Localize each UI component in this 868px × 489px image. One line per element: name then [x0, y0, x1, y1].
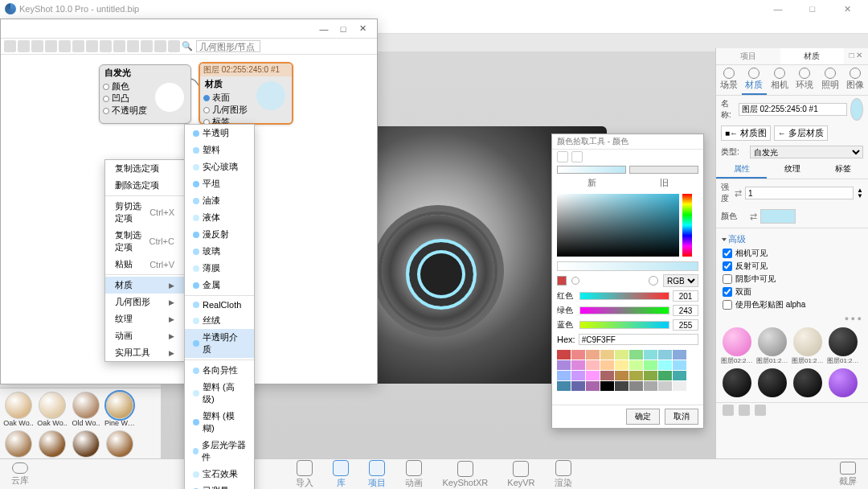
checkbox-row[interactable]: 相机可见	[723, 247, 862, 260]
material-name-input[interactable]	[739, 103, 847, 116]
checkbox-row[interactable]: 使用色彩贴图 alpha	[723, 298, 862, 311]
material-type-option[interactable]: 已测量	[185, 483, 254, 489]
material-sphere-thumb[interactable]	[721, 368, 753, 397]
palette-swatch[interactable]	[571, 371, 585, 380]
link-icon[interactable]: ⇄	[735, 188, 742, 199]
material-type-option[interactable]: RealCloth	[185, 298, 254, 312]
toolbar-icon[interactable]	[127, 40, 139, 52]
import-button[interactable]: 导入	[296, 460, 313, 489]
palette-swatch[interactable]	[658, 360, 672, 370]
keyvr-button[interactable]: KeyVR	[507, 461, 534, 487]
toolbar-icon[interactable]	[18, 40, 30, 52]
material-type-option[interactable]: 液体	[185, 209, 254, 226]
material-type-option[interactable]: 塑料 (高级)	[185, 379, 254, 408]
palette-swatch[interactable]	[557, 381, 571, 391]
multilayer-button[interactable]: ← 多层材质	[774, 125, 828, 141]
color-swatch[interactable]	[760, 209, 796, 224]
toolbar-icon[interactable]	[154, 40, 166, 52]
ctx-item-动画[interactable]: 动画▶	[105, 327, 184, 344]
palette-swatch[interactable]	[586, 350, 600, 360]
material-type-option[interactable]: 油漆	[185, 192, 254, 209]
material-type-select[interactable]: 自发光	[750, 146, 863, 158]
material-type-option[interactable]: 薄膜	[185, 260, 254, 277]
palette-swatch[interactable]	[629, 371, 643, 380]
material-node[interactable]: 图层 02:255:245:0 #1 材质 表面几何图形标签	[199, 62, 293, 125]
subtab-2[interactable]: 标签	[817, 161, 868, 179]
panel-tab-2[interactable]: 相机	[767, 65, 792, 95]
material-thumbnail[interactable]	[104, 430, 135, 458]
material-type-option[interactable]: 金属	[185, 277, 254, 294]
material-type-option[interactable]: 塑料	[185, 142, 254, 158]
palette-swatch[interactable]	[629, 360, 643, 370]
screenshot-button[interactable]: 截屏	[839, 462, 857, 487]
lib-list-icon[interactable]	[739, 405, 750, 416]
popup-close-button[interactable]: ✕	[353, 23, 372, 34]
save-swatch-icon[interactable]	[571, 151, 583, 162]
ctx-item-实用工具[interactable]: 实用工具▶	[105, 344, 184, 361]
palette-swatch[interactable]	[615, 381, 628, 391]
graph-search-input[interactable]	[196, 40, 260, 52]
node-port[interactable]	[203, 95, 210, 101]
panel-collapse-icon[interactable]: □ ✕	[844, 48, 868, 64]
checkbox[interactable]	[723, 261, 732, 271]
maximize-button[interactable]: □	[796, 4, 829, 14]
material-thumbnail[interactable]	[3, 430, 34, 458]
material-thumbnail[interactable]: Oak Wo..	[3, 392, 34, 427]
palette-swatch[interactable]	[571, 360, 585, 370]
material-type-option[interactable]: 各向异性	[185, 362, 254, 379]
palette-swatch[interactable]	[673, 371, 686, 380]
popup-maximize-button[interactable]: □	[334, 24, 353, 34]
material-type-option[interactable]: 塑料 (模糊)	[185, 408, 254, 437]
material-type-option[interactable]: 玻璃	[185, 243, 254, 260]
cancel-button[interactable]: 取消	[665, 409, 698, 425]
palette-swatch[interactable]	[586, 360, 600, 370]
palette-swatch[interactable]	[658, 350, 672, 360]
color-model-icon[interactable]	[557, 276, 567, 286]
checkbox[interactable]	[723, 287, 732, 297]
ctx-item-纹理[interactable]: 纹理▶	[105, 310, 184, 327]
link-icon[interactable]: ⇄	[750, 212, 757, 222]
picker-wheel-icon[interactable]	[571, 277, 579, 285]
checkbox-row[interactable]: 反射可见	[723, 260, 862, 273]
palette-swatch[interactable]	[586, 381, 600, 391]
render-button[interactable]: 渲染	[555, 460, 572, 489]
palette-swatch[interactable]	[557, 350, 571, 360]
ctx-item[interactable]: 复制选定项Ctrl+C	[105, 227, 184, 256]
palette-swatch[interactable]	[644, 371, 657, 380]
ok-button[interactable]: 确定	[626, 409, 660, 425]
palette-swatch[interactable]	[571, 350, 585, 360]
palette-swatch[interactable]	[557, 360, 571, 370]
palette-swatch[interactable]	[673, 350, 686, 360]
panel-tab-1[interactable]: 材质	[742, 65, 768, 95]
ctx-item-材质[interactable]: 材质▶	[105, 277, 184, 294]
palette-swatch[interactable]	[658, 381, 672, 391]
tab-material[interactable]: 材质	[780, 48, 845, 64]
material-sphere-thumb[interactable]: 图层01:20..	[827, 327, 859, 365]
toolbar-icon[interactable]	[141, 40, 153, 52]
intensity-stepper[interactable]: ▲▼	[857, 187, 863, 199]
ctx-item[interactable]: 删除选定项	[105, 177, 184, 194]
material-sphere-thumb[interactable]: 图层01:20..	[756, 327, 788, 365]
intensity-input[interactable]	[745, 187, 854, 199]
toolbar-icon[interactable]	[168, 40, 180, 52]
palette-swatch[interactable]	[571, 381, 585, 391]
palette-swatch[interactable]	[644, 360, 657, 370]
material-thumbnail[interactable]	[37, 430, 68, 458]
checkbox-row[interactable]: 阴影中可见	[723, 273, 862, 286]
subtab-1[interactable]: 纹理	[767, 161, 817, 179]
kelvin-icon[interactable]	[649, 276, 658, 286]
material-type-option[interactable]: 宝石效果	[185, 466, 254, 483]
channel-value-input[interactable]	[673, 290, 698, 302]
palette-swatch[interactable]	[615, 371, 628, 380]
material-type-option[interactable]: 丝绒	[185, 312, 254, 329]
material-type-option[interactable]: 实心玻璃	[185, 158, 254, 175]
node-port[interactable]	[103, 84, 109, 90]
ctx-item[interactable]: 复制选定项	[105, 160, 184, 177]
material-thumbnail[interactable]	[71, 430, 101, 458]
material-thumbnail[interactable]: Old Wo..	[71, 392, 101, 427]
toolbar-icon[interactable]	[45, 40, 57, 52]
checkbox[interactable]	[723, 300, 732, 310]
eyedropper-icon[interactable]	[557, 151, 568, 162]
channel-value-input[interactable]	[673, 305, 698, 316]
node-port[interactable]	[103, 108, 109, 114]
